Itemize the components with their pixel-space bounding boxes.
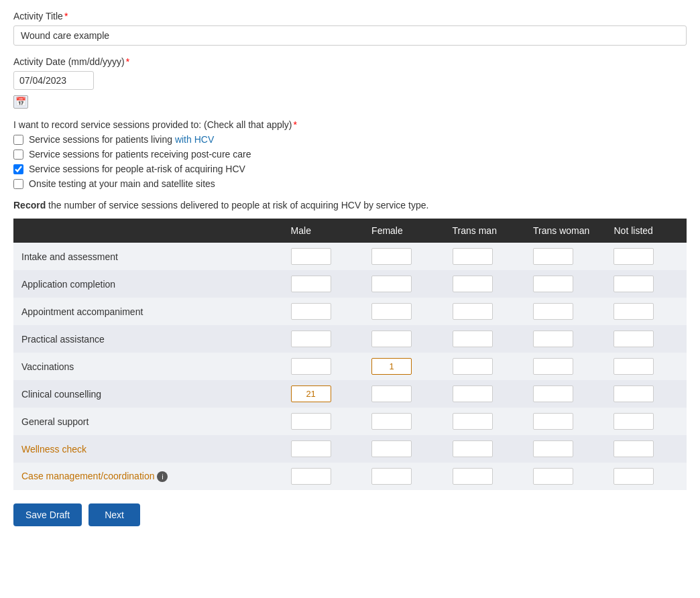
num-input-trans-man[interactable] — [453, 331, 493, 347]
num-input-male[interactable] — [291, 303, 331, 320]
cell-trans-woman — [525, 380, 605, 408]
num-input-male[interactable] — [291, 276, 331, 292]
cell-female — [363, 353, 444, 380]
row-label: Vaccinations — [13, 353, 283, 380]
cell-trans-man — [445, 325, 525, 353]
next-button[interactable]: Next — [89, 503, 140, 526]
row-label: Wellness check — [13, 435, 283, 463]
num-input-male[interactable] — [291, 468, 331, 485]
col-header-trans-man: Trans man — [445, 219, 525, 243]
num-input-male[interactable] — [291, 385, 331, 402]
num-input-trans-man[interactable] — [453, 468, 493, 485]
cell-trans-woman — [525, 408, 605, 435]
activity-date-section: Activity Date (mm/dd/yyyy)* — [13, 56, 687, 109]
num-input-not-listed[interactable] — [614, 385, 654, 402]
cell-male — [283, 270, 363, 298]
cell-trans-woman — [525, 325, 605, 353]
cell-trans-woman — [525, 353, 605, 380]
num-input-female[interactable] — [371, 248, 412, 265]
num-input-trans-man[interactable] — [453, 248, 493, 265]
info-icon[interactable]: i — [157, 471, 168, 482]
required-star-cb: * — [294, 119, 297, 130]
num-input-trans-woman[interactable] — [533, 331, 573, 347]
cell-not-listed — [605, 298, 687, 325]
cell-trans-woman — [525, 270, 605, 298]
num-input-not-listed[interactable] — [614, 303, 654, 320]
num-input-male[interactable] — [291, 358, 331, 375]
checkbox-at-risk[interactable] — [13, 164, 23, 174]
row-label: Application completion — [13, 270, 283, 298]
num-input-trans-man[interactable] — [453, 358, 493, 375]
cell-female — [363, 435, 444, 463]
cell-trans-man — [445, 408, 525, 435]
cell-not-listed — [605, 243, 687, 270]
num-input-male[interactable] — [291, 248, 331, 265]
table-row: Wellness check — [13, 435, 687, 463]
checkbox-hcv-patients[interactable] — [13, 135, 23, 145]
num-input-female[interactable] — [371, 303, 412, 320]
num-input-female[interactable] — [371, 440, 412, 457]
num-input-trans-man[interactable] — [453, 440, 493, 457]
num-input-trans-woman[interactable] — [533, 385, 573, 402]
num-input-not-listed[interactable] — [614, 468, 654, 485]
col-header-trans-woman: Trans woman — [525, 219, 605, 243]
num-input-trans-woman[interactable] — [533, 413, 573, 430]
checkbox-group: Service sessions for patients living wit… — [13, 134, 687, 189]
cell-female — [363, 408, 444, 435]
num-input-trans-man[interactable] — [453, 303, 493, 320]
table-header-row: Male Female Trans man Trans woman Not li… — [13, 219, 687, 243]
num-input-not-listed[interactable] — [614, 248, 654, 265]
num-input-not-listed[interactable] — [614, 331, 654, 347]
num-input-female[interactable] — [371, 413, 412, 430]
cell-trans-man — [445, 243, 525, 270]
activity-date-input[interactable] — [13, 71, 94, 90]
service-table: Male Female Trans man Trans woman Not li… — [13, 219, 687, 490]
cell-male — [283, 298, 363, 325]
num-input-trans-woman[interactable] — [533, 468, 573, 485]
num-input-trans-woman[interactable] — [533, 248, 573, 265]
row-label: Practical assistance — [13, 325, 283, 353]
cell-female — [363, 380, 444, 408]
cell-trans-woman — [525, 298, 605, 325]
table-row: General support — [13, 408, 687, 435]
num-input-female[interactable] — [371, 385, 412, 402]
num-input-not-listed[interactable] — [614, 440, 654, 457]
col-header-service — [13, 219, 283, 243]
num-input-trans-woman[interactable] — [533, 276, 573, 292]
num-input-female[interactable] — [371, 358, 412, 375]
num-input-female[interactable] — [371, 276, 412, 292]
num-input-not-listed[interactable] — [614, 358, 654, 375]
num-input-trans-woman[interactable] — [533, 440, 573, 457]
num-input-male[interactable] — [291, 331, 331, 347]
checkbox-item-3: Service sessions for people at-risk of a… — [13, 164, 687, 174]
num-input-male[interactable] — [291, 413, 331, 430]
num-input-trans-woman[interactable] — [533, 358, 573, 375]
activity-date-label: Activity Date (mm/dd/yyyy)* — [13, 56, 687, 67]
checkbox-question-label: I want to record service sessions provid… — [13, 119, 687, 130]
cell-male — [283, 325, 363, 353]
cell-trans-woman — [525, 463, 605, 490]
num-input-male[interactable] — [291, 440, 331, 457]
cell-male — [283, 408, 363, 435]
activity-title-label: Activity Title* — [13, 11, 687, 21]
checkbox-onsite-testing[interactable] — [13, 179, 23, 189]
cell-female — [363, 243, 444, 270]
table-row: Clinical counselling — [13, 380, 687, 408]
num-input-trans-man[interactable] — [453, 413, 493, 430]
cell-trans-man — [445, 298, 525, 325]
cell-female — [363, 270, 444, 298]
num-input-not-listed[interactable] — [614, 413, 654, 430]
num-input-not-listed[interactable] — [614, 276, 654, 292]
checkbox-post-cure[interactable] — [13, 150, 23, 160]
calendar-icon[interactable] — [13, 95, 28, 109]
activity-title-input[interactable] — [13, 25, 687, 46]
save-draft-button[interactable]: Save Draft — [13, 503, 82, 526]
num-input-trans-man[interactable] — [453, 276, 493, 292]
table-row: Practical assistance — [13, 325, 687, 353]
num-input-female[interactable] — [371, 468, 412, 485]
num-input-female[interactable] — [371, 331, 412, 347]
num-input-trans-woman[interactable] — [533, 303, 573, 320]
num-input-trans-man[interactable] — [453, 385, 493, 402]
col-header-not-listed: Not listed — [605, 219, 687, 243]
cell-not-listed — [605, 463, 687, 490]
